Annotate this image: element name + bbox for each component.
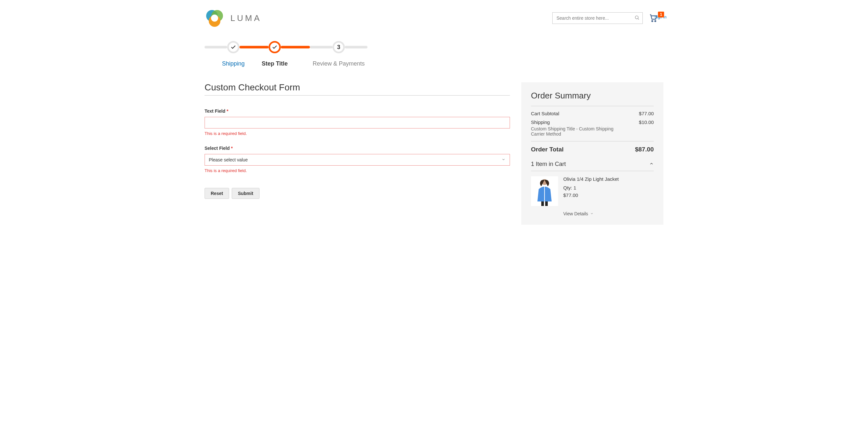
reset-button[interactable]: Reset [205, 188, 229, 199]
subtotal-label: Cart Subtotal [531, 111, 559, 116]
title-divider [205, 95, 510, 96]
cart-items-toggle[interactable]: 1 Item in Cart [531, 161, 654, 168]
product-price: $77.00 [563, 193, 619, 198]
page-title: Custom Checkout Form [205, 82, 510, 93]
select-field-input[interactable]: Please select value [205, 154, 510, 166]
search-icon[interactable] [634, 15, 640, 21]
submit-button[interactable]: Submit [232, 188, 259, 199]
subtotal-value: $77.00 [639, 111, 654, 116]
svg-point-3 [211, 14, 218, 22]
order-summary: Order Summary Cart Subtotal $77.00 Shipp… [521, 82, 663, 225]
svg-rect-11 [541, 201, 544, 206]
total-label: Order Total [531, 146, 564, 153]
checkout-progress: Shipping Step Title 3 Review & Payments [205, 41, 411, 53]
logo-icon [205, 8, 225, 28]
step-shipping-icon[interactable] [227, 41, 240, 53]
chevron-up-icon [649, 161, 654, 168]
search-field-wrap [552, 12, 643, 24]
select-field-label: Select Field* [205, 146, 233, 151]
step-review-icon: 3 [333, 41, 345, 53]
search-input[interactable] [552, 12, 643, 24]
step-custom-icon [269, 41, 281, 53]
svg-line-5 [638, 19, 639, 20]
cart-count-badge: 1 [658, 12, 664, 18]
chevron-down-icon [590, 211, 594, 216]
total-value: $87.00 [635, 146, 654, 153]
text-field-error: This is a required field. [205, 131, 510, 136]
select-field-error: This is a required field. [205, 168, 510, 173]
text-field-input[interactable] [205, 117, 510, 129]
step-custom-label: Step Title [255, 60, 294, 67]
step-review-label: Review & Payments [306, 60, 371, 67]
step-shipping-label[interactable]: Shipping [214, 60, 253, 67]
svg-point-4 [635, 16, 638, 19]
shipping-label: Shipping [531, 120, 621, 125]
view-details-toggle[interactable]: View Details [563, 211, 654, 216]
product-qty: Qty: 1 [563, 185, 619, 191]
svg-rect-12 [545, 201, 548, 206]
order-summary-title: Order Summary [531, 91, 654, 101]
text-field-label: Text Field* [205, 108, 228, 114]
shipping-value: $10.00 [639, 120, 654, 125]
product-name: Olivia 1/4 Zip Light Jacket [563, 176, 619, 182]
cart-item: Olivia 1/4 Zip Light Jacket Qty: 1 $77.0… [531, 176, 654, 206]
product-image [531, 176, 558, 206]
step-review-number: 3 [337, 44, 340, 51]
brand-text: LUMA [230, 13, 261, 23]
svg-point-7 [655, 21, 656, 22]
cart-button[interactable]: Sign In 1 [649, 12, 663, 24]
logo[interactable]: LUMA [205, 8, 261, 28]
shipping-method: Custom Shipping Title - Custom Shipping … [531, 126, 621, 137]
svg-point-6 [652, 21, 653, 22]
